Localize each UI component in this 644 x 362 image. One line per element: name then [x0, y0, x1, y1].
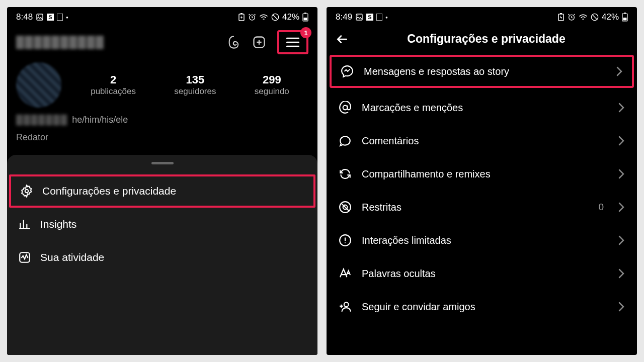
svg-rect-15	[356, 14, 362, 20]
chevron-right-icon	[618, 169, 625, 179]
stat-following[interactable]: 299 seguindo	[255, 73, 289, 97]
graph-icon	[18, 218, 31, 231]
dot-icon: ●	[66, 15, 68, 20]
comment-icon	[339, 134, 352, 147]
stat-followers[interactable]: 135 seguidores	[174, 73, 216, 97]
menu-item-label: Configurações e privacidade	[42, 185, 176, 197]
svg-rect-10	[304, 13, 306, 14]
svg-point-13	[25, 190, 29, 193]
bio-section: ███████ he/him/his/ele Redator	[7, 110, 317, 148]
stat-posts[interactable]: 2 publicações	[91, 73, 136, 97]
alarm-icon	[248, 13, 256, 21]
settings-item-follow-invite[interactable]: Seguir e convidar amigos	[327, 290, 637, 323]
back-button[interactable]	[336, 33, 349, 46]
avatar-obscured[interactable]	[16, 62, 61, 108]
svg-rect-0	[37, 14, 43, 20]
messenger-icon	[341, 65, 354, 78]
menu-item-label: Sua atividade	[40, 251, 104, 263]
svg-rect-11	[304, 18, 307, 21]
settings-item-sharing[interactable]: Compartilhamento e remixes	[327, 157, 637, 191]
page-title: Configurações e privacidade	[360, 32, 613, 46]
settings-item-label: Mensagens e respostas ao story	[364, 66, 606, 77]
wifi-icon	[579, 14, 588, 21]
menu-button[interactable]: 1	[277, 30, 308, 54]
stat-label: publicações	[91, 86, 136, 97]
bottom-sheet: Configurações e privacidade Insights Sua…	[7, 155, 317, 355]
add-user-icon	[339, 300, 352, 313]
sheet-handle[interactable]	[151, 162, 174, 164]
svg-rect-6	[240, 13, 243, 14]
refresh-icon	[339, 167, 352, 180]
profile-header: ██████████ 1	[7, 26, 317, 60]
menu-item-insights[interactable]: Insights	[7, 208, 317, 241]
image-icon	[355, 13, 363, 21]
svg-point-1	[38, 15, 39, 16]
image-icon	[36, 13, 44, 21]
gear-icon	[20, 185, 33, 198]
wifi-icon	[259, 14, 268, 21]
phone-left-profile: 8:48 S ● 42%	[7, 7, 317, 355]
svg-point-16	[357, 15, 358, 16]
stat-label: seguidores	[174, 86, 216, 97]
settings-item-count: 0	[598, 202, 604, 213]
chevron-right-icon	[618, 268, 625, 279]
svg-rect-19	[376, 14, 382, 21]
settings-item-label: Compartilhamento e remixes	[362, 168, 608, 180]
settings-item-comments[interactable]: Comentários	[327, 124, 637, 157]
battery-percent: 42%	[602, 12, 619, 22]
svg-rect-21	[560, 13, 562, 14]
settings-item-label: Restritas	[362, 202, 588, 213]
battery-saver-icon	[557, 13, 565, 21]
settings-item-label: Comentários	[362, 135, 608, 147]
create-post-icon[interactable]	[252, 35, 266, 49]
svg-rect-26	[623, 18, 627, 21]
svg-rect-25	[624, 13, 626, 14]
settings-item-label: Seguir e convidar amigos	[362, 301, 608, 313]
settings-item-restricted[interactable]: Restritas 0	[327, 191, 637, 224]
card-icon	[376, 14, 382, 21]
svg-text:S: S	[368, 14, 371, 20]
do-not-disturb-icon	[271, 13, 279, 21]
phone-right-settings: 8:49 S ● 42%	[327, 7, 637, 355]
battery-saver-icon	[238, 13, 245, 21]
settings-item-tags[interactable]: Marcações e menções	[327, 91, 637, 124]
stat-value: 135	[174, 73, 216, 86]
settings-item-label: Marcações e menções	[362, 102, 608, 114]
battery-icon	[622, 13, 628, 22]
activity-icon	[18, 251, 31, 264]
username-obscured: ██████████	[16, 36, 105, 49]
status-time: 8:48	[16, 12, 33, 22]
settings-item-limited[interactable]: Interações limitadas	[327, 224, 637, 257]
settings-item-label: Palavras ocultas	[362, 268, 608, 280]
stat-value: 299	[255, 73, 289, 86]
do-not-disturb-icon	[591, 13, 599, 21]
restricted-icon	[339, 201, 352, 214]
text-icon	[339, 267, 352, 280]
threads-icon[interactable]	[227, 35, 241, 49]
svg-point-31	[344, 302, 349, 307]
status-time: 8:49	[336, 12, 352, 22]
status-bar: 8:49 S ● 42%	[327, 7, 637, 26]
at-icon	[339, 101, 352, 114]
chevron-right-icon	[618, 302, 625, 312]
svg-point-27	[343, 106, 348, 110]
settings-item-hidden-words[interactable]: Palavras ocultas	[327, 257, 637, 290]
notification-badge: 1	[300, 27, 311, 38]
chevron-right-icon	[618, 235, 625, 245]
svg-rect-4	[57, 14, 63, 21]
stat-value: 2	[91, 73, 136, 86]
pronouns: he/him/his/ele	[72, 115, 128, 125]
warning-icon	[339, 234, 352, 247]
settings-item-label: Interações limitadas	[362, 235, 608, 246]
chevron-right-icon	[618, 136, 625, 146]
svg-text:S: S	[48, 14, 52, 20]
alarm-icon	[568, 13, 576, 21]
menu-item-activity[interactable]: Sua atividade	[7, 241, 317, 274]
dot-icon: ●	[385, 15, 388, 20]
s-icon: S	[366, 14, 373, 21]
settings-item-messages[interactable]: Mensagens e respostas ao story	[330, 55, 634, 88]
settings-header: Configurações e privacidade	[327, 26, 637, 55]
chevron-right-icon	[616, 66, 623, 76]
battery-icon	[302, 13, 308, 22]
menu-item-settings[interactable]: Configurações e privacidade	[9, 174, 315, 208]
